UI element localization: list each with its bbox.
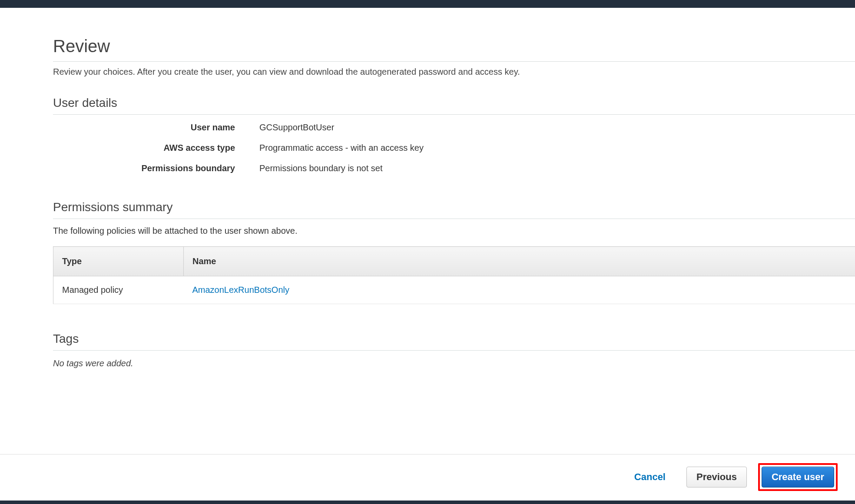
user-details-heading: User details: [53, 96, 855, 115]
permissions-heading: Permissions summary: [53, 200, 855, 219]
wizard-footer: Cancel Previous Create user: [0, 454, 855, 501]
detail-value: GCSupportBotUser: [259, 123, 855, 133]
detail-value: Permissions boundary is not set: [259, 163, 855, 173]
detail-value: Programmatic access - with an access key: [259, 143, 855, 153]
tags-empty-text: No tags were added.: [53, 358, 855, 368]
top-app-bar: [0, 0, 855, 8]
page-description: Review your choices. After you create th…: [53, 67, 855, 77]
previous-button[interactable]: Previous: [686, 467, 747, 487]
create-user-highlight: Create user: [758, 463, 838, 491]
tags-section: Tags No tags were added.: [53, 332, 855, 368]
detail-row-access-type: AWS access type Programmatic access - wi…: [53, 143, 855, 153]
policy-row: Managed policy AmazonLexRunBotsOnly: [53, 276, 855, 304]
bottom-app-bar: [0, 501, 855, 504]
policy-link[interactable]: AmazonLexRunBotsOnly: [192, 285, 289, 295]
policy-type: Managed policy: [53, 276, 184, 304]
policy-col-type: Type: [53, 247, 184, 276]
detail-row-username: User name GCSupportBotUser: [53, 123, 855, 133]
policy-name-cell: AmazonLexRunBotsOnly: [184, 276, 855, 304]
user-details-table: User name GCSupportBotUser AWS access ty…: [53, 123, 855, 173]
detail-row-permissions-boundary: Permissions boundary Permissions boundar…: [53, 163, 855, 173]
permissions-description: The following policies will be attached …: [53, 226, 855, 236]
main-content: Review Review your choices. After you cr…: [0, 8, 855, 368]
policy-col-name: Name: [184, 247, 855, 276]
policy-table: Type Name Managed policy AmazonLexRunBot…: [53, 246, 855, 304]
detail-label: User name: [53, 123, 259, 133]
tags-heading: Tags: [53, 332, 855, 351]
detail-label: AWS access type: [53, 143, 259, 153]
create-user-button[interactable]: Create user: [762, 467, 834, 487]
cancel-button[interactable]: Cancel: [625, 467, 675, 487]
page-title: Review: [53, 36, 855, 62]
detail-label: Permissions boundary: [53, 163, 259, 173]
